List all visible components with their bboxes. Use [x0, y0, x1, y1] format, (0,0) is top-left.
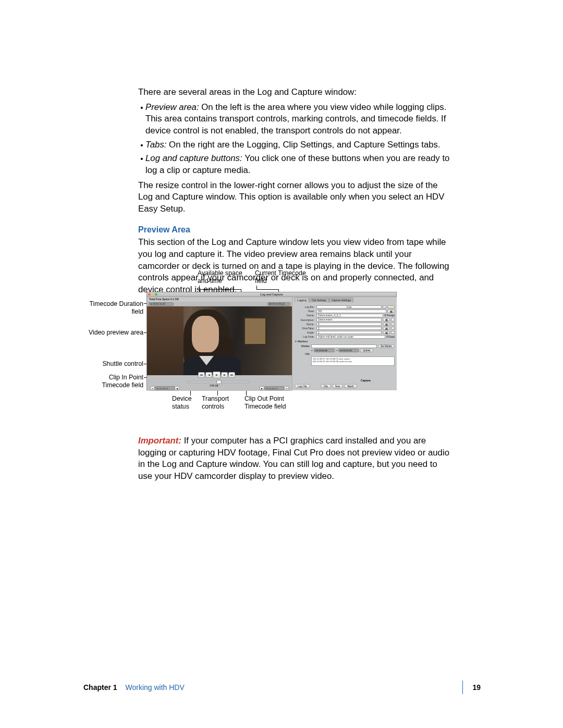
reel-slate-button[interactable]: 🎬: [387, 310, 395, 313]
scene-slate-button[interactable]: 🎬: [383, 323, 390, 326]
bullet-label: Preview area:: [145, 102, 201, 112]
field-reel[interactable]: 001: [316, 310, 386, 313]
scene-check-icon[interactable]: [391, 323, 395, 326]
close-icon[interactable]: [148, 293, 151, 296]
field-angle[interactable]: 1: [316, 331, 382, 335]
capture-heading: Capture: [361, 379, 371, 382]
important-text: If your computer has a PCI graphics card…: [138, 436, 449, 481]
zoom-icon[interactable]: [155, 293, 157, 296]
marker-in-tc[interactable]: 04:13:35;08: [314, 349, 335, 352]
bullet-body: On the right are the Logging, Clip Setti…: [169, 140, 440, 150]
bullet-dot-icon: •: [138, 102, 145, 137]
step-back-button[interactable]: ◀: [205, 372, 212, 378]
bullet-log-capture: • Log and capture buttons: You click one…: [138, 153, 454, 176]
rewind-button[interactable]: ⏮: [198, 372, 205, 378]
goto-in-button[interactable]: ◀: [175, 386, 179, 390]
transport-bar: ⏮ ◀ ▶ ▶ ⏭ VTR OK ⇤ 04:14:30;22 ◀ ▶ 04:14…: [147, 375, 292, 391]
bin-up-icon[interactable]: [383, 305, 386, 309]
callout-transport-controls: Transport controls: [202, 395, 229, 411]
bullet-label: Tabs:: [145, 140, 169, 150]
shot-check-icon[interactable]: [391, 327, 395, 330]
mark-in-button[interactable]: ⇤: [150, 386, 155, 390]
window-title: Log and Capture: [260, 293, 283, 296]
bin-new-button[interactable]: 📁: [387, 305, 395, 309]
mark-in-icon[interactable]: ⇤: [311, 349, 313, 352]
label-log-note: Log Note:: [295, 335, 315, 338]
screenshot-log-and-capture-window: Log and Capture Total Free Space 6.1 GB …: [146, 292, 397, 390]
marker-out-tc[interactable]: 04:13:51;09: [338, 349, 359, 352]
clip-out-timecode-field[interactable]: 04:14:46;22: [264, 386, 284, 390]
tab-capture-settings[interactable]: Capture Settings: [329, 298, 353, 302]
shot-slate-button[interactable]: 🎬: [383, 327, 390, 330]
field-scene[interactable]: 4: [316, 323, 382, 326]
capture-clip-button[interactable]: Clip: [321, 384, 331, 388]
callout-shuttle: Shuttle control: [102, 360, 143, 368]
tab-clip-settings[interactable]: Clip Settings: [309, 298, 329, 302]
callout-video-preview: Video preview area: [89, 329, 143, 337]
footer-chapter-title: Working with HDV: [125, 683, 184, 692]
field-log-note[interactable]: Adjust mid level, audio too quiet: [316, 335, 385, 339]
label-description: Description:: [295, 318, 315, 322]
prompt-check[interactable]: ☑ Prompt: [384, 314, 395, 317]
traffic-lights: [148, 293, 157, 296]
section-heading-preview-area: Preview Area: [138, 224, 454, 236]
mark-out-icon[interactable]: ⇥: [336, 349, 337, 352]
bullet-dot-icon: •: [138, 139, 145, 151]
capture-section: Log Clip Clip Now Batch: [295, 384, 395, 388]
field-log-bin[interactable]: Cuts: [316, 305, 382, 309]
fast-forward-button[interactable]: ⏭: [228, 372, 235, 378]
shuttle-knob[interactable]: [216, 380, 222, 384]
mark-out-button[interactable]: ⇥: [284, 386, 289, 390]
field-description[interactable]: Debra enters: [316, 318, 382, 322]
device-status-label: VTR OK: [210, 385, 218, 388]
free-space-label: Total Free Space 6.1 GB: [147, 297, 248, 302]
page-footer: Chapter 1 Working with HDV 19: [83, 681, 481, 694]
capture-batch-button[interactable]: Batch: [344, 384, 357, 388]
label-marker: Marker:: [295, 344, 310, 348]
good-check[interactable]: ☑ Good: [386, 336, 395, 339]
callout-tc-duration: Timecode Duration field: [81, 300, 143, 316]
intro-para: There are several areas in the Log and C…: [138, 87, 454, 98]
label-angle: Angle:: [295, 331, 315, 334]
field-name[interactable]: Debra enters_4_2_1: [316, 314, 383, 317]
label-marker-info: Info:: [295, 352, 310, 355]
desc-check-icon[interactable]: [391, 318, 395, 322]
marker-info-list[interactable]: (04:14:48;22, 04:14:48;22) door opens (0…: [311, 356, 395, 366]
bullet-preview-area: • Preview area: On the left is the area …: [138, 102, 454, 137]
callout-clip-in-point: Clip In Point Timecode field: [102, 374, 143, 390]
minimize-icon[interactable]: [152, 293, 154, 296]
callout-available-space: Available space and time: [198, 269, 242, 286]
label-name: Name:: [295, 314, 315, 317]
timecode-duration-field[interactable]: ➡ 00:00:16.00: [149, 302, 174, 306]
tab-bar: Logging Clip Settings Capture Settings: [295, 298, 353, 302]
angle-slate-button[interactable]: 🎬: [383, 331, 390, 335]
play-button[interactable]: ▶: [213, 372, 221, 378]
angle-check-icon[interactable]: [391, 331, 395, 335]
important-label: Important:: [138, 436, 184, 446]
update-marker-button[interactable]: Update: [360, 349, 373, 352]
resize-para: The resize control in the lower-right co…: [138, 180, 454, 215]
goto-out-button[interactable]: ▶: [260, 386, 264, 390]
label-scene: Scene:: [295, 323, 315, 326]
field-marker-name[interactable]: [311, 344, 377, 348]
field-shot-take[interactable]: 2: [316, 327, 382, 330]
tab-logging[interactable]: Logging: [295, 298, 309, 302]
figure-log-and-capture: Available space and time Current Timecod…: [81, 268, 456, 414]
label-log-bin: Log Bin:: [295, 305, 315, 309]
capture-now-button[interactable]: Now: [332, 384, 344, 388]
right-pane: Logging Clip Settings Capture Settings L…: [292, 297, 397, 390]
window-title-bar: Log and Capture: [147, 292, 396, 297]
label-reel: Reel:: [295, 310, 315, 313]
footer-page-number: 19: [472, 683, 481, 692]
set-marker-button[interactable]: Set Marker: [378, 344, 395, 348]
desc-slate-button[interactable]: 🎬: [383, 318, 390, 322]
current-timecode-field[interactable]: ⦿ 04:14:46;23: [267, 302, 290, 306]
markers-disclosure[interactable]: ▼ Markers: [295, 340, 395, 343]
footer-divider: [462, 681, 463, 694]
bullet-tabs: • Tabs: On the right are the Logging, Cl…: [138, 139, 454, 151]
callout-device-status: Device status: [172, 395, 192, 411]
clip-in-timecode-field[interactable]: 04:14:30;22: [155, 386, 175, 390]
log-clip-button[interactable]: Log Clip: [295, 384, 310, 388]
step-forward-button[interactable]: ▶: [221, 372, 228, 378]
callout-current-timecode: Current Timecode field: [255, 269, 306, 286]
